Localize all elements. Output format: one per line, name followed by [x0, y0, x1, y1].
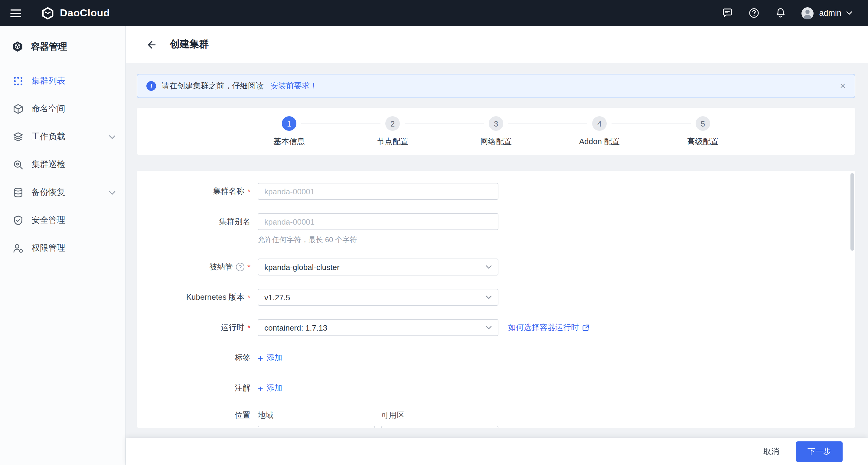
daocloud-logo-icon — [41, 6, 55, 20]
sidebar-item-cluster-inspection[interactable]: 集群巡检 — [0, 151, 125, 179]
pre-install-requirements-link[interactable]: 安装前要求！ — [270, 81, 317, 91]
selected-value: kpanda-global-cluster — [264, 262, 340, 271]
chevron-down-icon — [109, 135, 116, 139]
link-label: 如何选择容器运行时 — [508, 322, 579, 333]
field-label: 集群别名 — [219, 216, 250, 227]
sidebar-item-backup-restore[interactable]: 备份恢复 — [0, 179, 125, 206]
topbar: DaoCloud — [0, 0, 868, 26]
step-addon-config[interactable]: 4 Addon 配置 — [548, 116, 651, 155]
sidebar-item-security[interactable]: 安全管理 — [0, 206, 125, 234]
field-label: Kubernetes 版本 — [186, 292, 244, 303]
step-label: 高级配置 — [687, 136, 719, 147]
step-node-config[interactable]: 2 节点配置 — [341, 116, 444, 155]
sidebar-item-label: 工作负载 — [31, 132, 65, 142]
cluster-name-input[interactable] — [258, 183, 498, 200]
topbar-actions: admin — [721, 6, 868, 20]
help-icon[interactable]: ? — [236, 263, 244, 271]
region-label: 地域 — [258, 410, 375, 421]
required-asterisk: * — [247, 262, 250, 271]
close-icon[interactable]: × — [840, 81, 846, 91]
sidebar-item-permissions[interactable]: 权限管理 — [0, 234, 125, 262]
sidebar-nav: 集群列表 命名空间 — [0, 67, 125, 262]
chevron-down-icon — [109, 191, 116, 195]
notifications-icon[interactable] — [774, 7, 786, 19]
form-row-k8s-version: Kubernetes 版本 * v1.27.5 — [137, 289, 855, 306]
next-button[interactable]: 下一步 — [796, 441, 843, 462]
field-label: 集群名称 — [213, 186, 244, 197]
menu-toggle-button[interactable] — [0, 0, 31, 26]
sidebar: 容器管理 集群列表 — [0, 26, 126, 465]
stepper: 1 基本信息 2 节点配置 3 网络配置 4 Addon 配置 — [137, 108, 855, 155]
selected-value: containerd: 1.7.13 — [264, 323, 327, 332]
chevron-down-icon — [486, 265, 492, 269]
user-menu[interactable]: admin — [801, 6, 852, 20]
step-label: Addon 配置 — [579, 136, 620, 147]
field-label: 标签 — [235, 352, 250, 363]
page-title: 创建集群 — [170, 38, 209, 51]
sidebar-item-cluster-list[interactable]: 集群列表 — [0, 67, 125, 95]
form-row-runtime: 运行时 * containerd: 1.7.13 如何选择容 — [137, 319, 855, 336]
add-label-button[interactable]: + 添加 — [258, 349, 282, 366]
chevron-down-icon — [846, 11, 852, 15]
footer-action-bar: 取消 下一步 — [126, 438, 868, 465]
step-number: 5 — [695, 116, 710, 131]
sidebar-item-label: 安全管理 — [31, 215, 65, 226]
k8s-version-select[interactable]: v1.27.5 — [258, 289, 498, 306]
back-button[interactable] — [145, 38, 157, 51]
cancel-button[interactable]: 取消 — [763, 446, 779, 457]
step-network-config[interactable]: 3 网络配置 — [444, 116, 548, 155]
step-label: 网络配置 — [480, 136, 512, 147]
step-number: 3 — [489, 116, 503, 131]
form-row-cluster-name: 集群名称 * — [137, 183, 855, 200]
step-label: 基本信息 — [273, 136, 305, 147]
required-asterisk: * — [247, 293, 250, 302]
step-label: 节点配置 — [377, 136, 408, 147]
region-input[interactable] — [258, 426, 375, 428]
workloads-icon — [13, 132, 24, 142]
step-advanced-config[interactable]: 5 高级配置 — [651, 116, 754, 155]
avatar — [801, 6, 814, 20]
app: DaoCloud — [0, 0, 868, 465]
runtime-help-link[interactable]: 如何选择容器运行时 — [508, 322, 590, 333]
form-row-annotations: 注解 + 添加 — [137, 380, 855, 397]
permissions-icon — [13, 243, 24, 254]
plus-icon: + — [258, 353, 263, 362]
create-cluster-form: 集群名称 * 集群别名 允许任何字符，最长 60 个字 — [137, 171, 855, 428]
sidebar-item-label: 集群巡检 — [31, 159, 65, 170]
chevron-down-icon — [486, 295, 492, 299]
sidebar-item-workloads[interactable]: 工作负载 — [0, 123, 125, 151]
zone-input[interactable] — [381, 426, 498, 428]
messages-icon[interactable] — [721, 7, 733, 19]
managed-by-select[interactable]: kpanda-global-cluster — [258, 259, 498, 275]
username: admin — [819, 8, 841, 18]
add-annotation-button[interactable]: + 添加 — [258, 380, 282, 397]
page-header: 创建集群 — [126, 26, 868, 63]
step-basic-info[interactable]: 1 基本信息 — [238, 116, 341, 155]
form-row-managed-by: 被纳管 ? * kpanda-global-cluster — [137, 259, 855, 275]
zone-label: 可用区 — [381, 410, 498, 421]
namespace-icon — [13, 104, 24, 114]
brand-name: DaoCloud — [60, 7, 110, 19]
sidebar-item-label: 命名空间 — [31, 104, 65, 114]
plus-icon: + — [258, 383, 263, 393]
field-label: 被纳管 — [209, 262, 233, 272]
sidebar-item-label: 集群列表 — [31, 76, 65, 87]
sidebar-module-title: 容器管理 — [31, 41, 67, 52]
runtime-select[interactable]: containerd: 1.7.13 — [258, 319, 498, 336]
brand: DaoCloud — [41, 6, 110, 20]
add-annotation-text: 添加 — [267, 383, 282, 394]
sidebar-item-namespaces[interactable]: 命名空间 — [0, 95, 125, 123]
content: i 请在创建集群之前，仔细阅读 安装前要求！ × 1 基本信息 2 节点配置 — [126, 63, 868, 438]
field-label: 注解 — [235, 383, 250, 394]
help-icon[interactable] — [748, 7, 760, 19]
selected-value: v1.27.5 — [264, 293, 290, 302]
sidebar-item-label: 备份恢复 — [31, 187, 65, 198]
inspection-icon — [13, 159, 24, 170]
shield-icon — [13, 215, 24, 226]
main-area: 创建集群 i 请在创建集群之前，仔细阅读 安装前要求！ × 1 基本信息 — [126, 26, 868, 465]
info-banner: i 请在创建集群之前，仔细阅读 安装前要求！ × — [137, 74, 855, 98]
step-number: 4 — [592, 116, 607, 131]
cluster-alias-input[interactable] — [258, 213, 498, 230]
form-scrollbar[interactable] — [850, 173, 854, 251]
form-row-labels: 标签 + 添加 — [137, 349, 855, 366]
